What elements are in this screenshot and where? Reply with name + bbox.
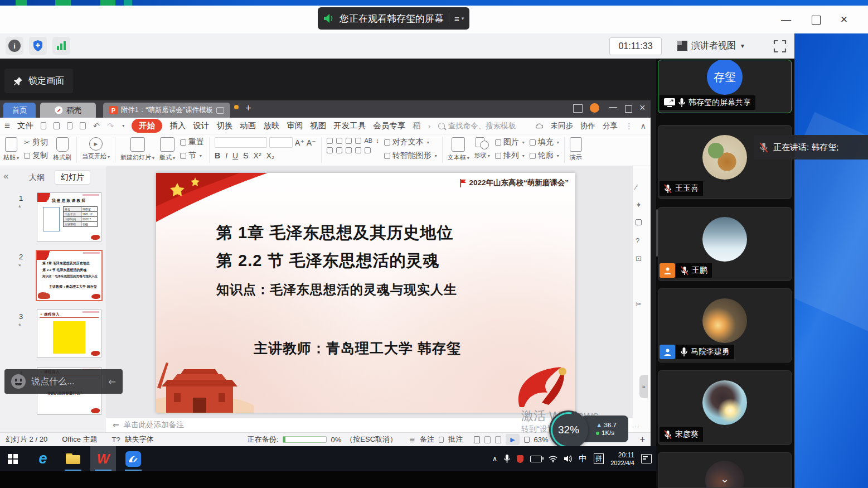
notification-center-icon[interactable] xyxy=(641,454,652,463)
close-button[interactable]: × xyxy=(835,11,854,28)
command-search-input[interactable]: 查找命令、搜索模板 xyxy=(438,121,529,131)
help-tool-icon[interactable]: ? xyxy=(636,236,639,245)
print-icon[interactable] xyxy=(67,122,73,129)
more-dots[interactable]: ··· xyxy=(632,423,640,431)
tray-app-icon[interactable] xyxy=(517,455,523,463)
collab-button[interactable]: 协作 xyxy=(580,121,595,131)
menu-slideshow[interactable]: 放映 xyxy=(263,120,279,131)
tray-expand-icon[interactable]: ∧ xyxy=(492,455,498,463)
align-right-icon[interactable] xyxy=(346,147,352,153)
wps-close-button[interactable]: × xyxy=(639,102,646,114)
network-monitor-pill[interactable]: ▲ 36.7 1K/s xyxy=(581,415,628,442)
more-caret-icon[interactable]: ▾ xyxy=(122,123,124,128)
present-button[interactable]: 演示 xyxy=(570,137,582,162)
play-from-current-button[interactable]: ▶ 当页开始▾ xyxy=(82,137,110,161)
current-slide[interactable]: 2022年山东高校“萌新磨课会” 第 1章 毛泽东思想及其历史地位 第 2.2 … xyxy=(156,173,575,413)
undo-icon[interactable]: ↶ xyxy=(93,122,100,131)
save-icon[interactable] xyxy=(41,122,47,129)
indent-decrease-icon[interactable] xyxy=(346,138,352,144)
wps-minimize-button[interactable]: — xyxy=(609,102,617,111)
wps-taskbar-button[interactable]: W xyxy=(90,446,116,471)
normal-view-icon[interactable] xyxy=(474,436,480,443)
hamburger-icon[interactable]: ≡ xyxy=(4,120,10,132)
menu-transition[interactable]: 切换 xyxy=(216,120,232,131)
network-stats-button[interactable] xyxy=(52,37,70,55)
menu-start[interactable]: 开始 xyxy=(132,119,162,133)
ie-taskbar-button[interactable]: e xyxy=(30,446,56,471)
fit-slide-icon[interactable] xyxy=(524,437,529,443)
superscript-button[interactable]: X² xyxy=(254,151,261,160)
tab-home[interactable]: 首页 xyxy=(3,103,36,118)
performance-ball[interactable]: 32% xyxy=(549,410,588,450)
notes-collapse-icon[interactable]: ⇐ xyxy=(113,421,119,429)
italic-button[interactable]: I xyxy=(225,151,227,160)
redo-icon[interactable]: ↷ xyxy=(107,122,114,131)
menu-animation[interactable]: 动画 xyxy=(240,120,256,131)
notes-toggle[interactable]: 备注 xyxy=(420,434,434,444)
font-enlarge-button[interactable]: A⁺ xyxy=(295,138,304,147)
tile-screen-share[interactable]: 存玺 韩存玺的屏幕共享 xyxy=(658,60,792,113)
menu-review[interactable]: 审阅 xyxy=(287,120,303,131)
scroll-down-chevron-icon[interactable]: ⌄ xyxy=(720,473,729,485)
reading-view-icon[interactable] xyxy=(495,436,501,443)
slide-thumbnail-3[interactable]: ❧ 课程导入 xyxy=(37,310,101,357)
new-slide-button[interactable]: 新建幻灯片▾ xyxy=(120,137,154,162)
sorter-view-icon[interactable] xyxy=(484,436,491,443)
wps-restore-button[interactable] xyxy=(625,105,632,113)
chat-input[interactable]: 说点什么... ⇐ xyxy=(4,369,123,394)
zoom-level[interactable]: 63% xyxy=(534,436,549,444)
ime-pinyin[interactable]: 拼 xyxy=(594,453,604,464)
share-button[interactable]: 分享 xyxy=(603,121,618,131)
bold-button[interactable]: B xyxy=(215,151,220,160)
menu-file[interactable]: 文件 xyxy=(17,120,33,131)
menu-view[interactable]: 视图 xyxy=(310,120,326,131)
meeting-taskbar-button[interactable] xyxy=(120,446,146,471)
text-direction-button[interactable]: AB xyxy=(365,137,373,144)
menu-insert[interactable]: 插入 xyxy=(169,120,186,131)
slide-thumbnail-1[interactable]: 我是思政课教师 姓名韩存玺 出生年月1981.12 入职时间2007.7 主讲课… xyxy=(37,192,101,241)
watching-banner[interactable]: 您正在观看韩存玺的屏幕 ≡ ▾ xyxy=(318,7,469,30)
layout-button[interactable]: 版式▾ xyxy=(159,137,175,162)
tab-docer[interactable]: 稻壳 xyxy=(40,103,96,118)
battery-icon[interactable] xyxy=(530,456,542,462)
wifi-icon[interactable] xyxy=(549,456,557,462)
font-size-select[interactable] xyxy=(269,137,293,148)
maximize-button[interactable] xyxy=(812,16,821,25)
banner-menu-icon[interactable]: ≡ xyxy=(454,14,459,23)
subscript-button[interactable]: X₂ xyxy=(266,151,275,160)
fill-button[interactable]: 填充▾ xyxy=(530,137,559,147)
chat-collapse-icon[interactable]: ⇐ xyxy=(109,376,116,387)
shapes-button[interactable]: 形状▾ xyxy=(474,137,490,160)
arrange-button[interactable]: 排列▾ xyxy=(495,151,525,161)
explorer-taskbar-button[interactable] xyxy=(60,446,86,471)
bullet-list-icon[interactable] xyxy=(327,138,333,144)
wps-layout-icon[interactable] xyxy=(573,104,583,113)
collapse-ribbon-icon[interactable]: ∧ xyxy=(640,122,646,131)
wps-account-icon[interactable] xyxy=(590,103,599,113)
info-button[interactable]: i xyxy=(6,37,23,55)
cut-button[interactable]: ✂剪切 xyxy=(24,137,48,147)
number-list-icon[interactable] xyxy=(336,138,342,144)
menu-member[interactable]: 会员专享 xyxy=(373,120,405,131)
collapse-panel-icon[interactable]: « xyxy=(3,171,8,182)
comment-icon[interactable] xyxy=(439,437,444,443)
distribute-icon[interactable] xyxy=(365,147,371,153)
sync-status[interactable]: 未同步 xyxy=(550,121,573,131)
measure-tool-icon[interactable]: ⁄ xyxy=(636,183,637,191)
picture-button[interactable]: 图片▾ xyxy=(495,137,525,147)
slide-thumbnail-2-selected[interactable]: 第 1章 毛泽东思想及其历史地位 第 2.2 节 毛泽东思想活的灵魂 知识点：毛… xyxy=(36,250,103,301)
ime-mode[interactable]: 中 xyxy=(579,453,587,464)
lock-view-button[interactable]: 锁定画面 xyxy=(4,69,73,93)
tray-mic-icon[interactable] xyxy=(504,455,510,463)
print-preview-icon[interactable] xyxy=(80,122,86,129)
font-family-select[interactable] xyxy=(215,137,267,148)
tray-clock[interactable]: 20:11 2022/4/4 xyxy=(610,451,634,467)
slideshow-play-button[interactable]: ▶ xyxy=(506,434,520,445)
view-mode-selector[interactable]: 演讲者视图 ▼ xyxy=(672,37,751,54)
theme-name[interactable]: Office 主题 xyxy=(62,434,97,444)
indent-increase-icon[interactable] xyxy=(355,138,361,144)
crop-tool-icon[interactable]: ⊡ xyxy=(636,254,642,263)
align-left-icon[interactable] xyxy=(327,147,333,153)
sidebar-expand-handle[interactable]: » xyxy=(639,375,648,398)
tile-participant[interactable]: 宋彦葵 xyxy=(658,370,792,445)
